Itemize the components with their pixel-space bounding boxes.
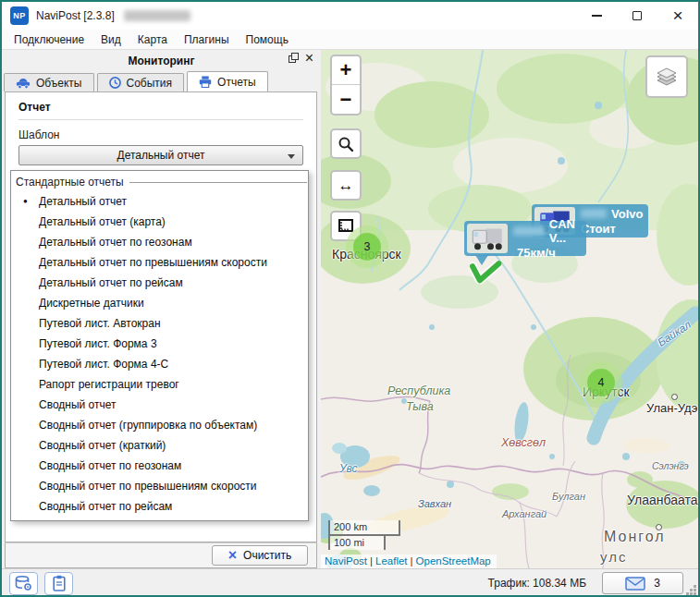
map-label-uvs: Увс: [339, 462, 357, 475]
close-icon: ×: [672, 11, 682, 20]
map-view[interactable]: Красноярск Иркутск Улан-Удэ Байкал Респу…: [321, 50, 698, 568]
panel-tabs: Объекты События Отчеты: [2, 71, 321, 91]
report-option[interactable]: Сводный отчет (группировка по объектам): [11, 415, 308, 435]
map-canvas: [321, 50, 698, 568]
maximize-button[interactable]: [617, 2, 657, 30]
close-button[interactable]: ×: [657, 2, 698, 30]
map-label-khovsgol: Хөвсгөл: [501, 436, 546, 449]
map-attribution: NaviPost|Leaflet|OpenStreetMap: [321, 554, 497, 568]
truck-photo: [467, 224, 508, 253]
map-label-selenge: Сэлэнгэ: [652, 460, 689, 471]
map-label-ulan-ude: Улан-Удэ: [646, 401, 697, 415]
report-option[interactable]: Детальный отчет (карта): [11, 212, 308, 232]
envelope-icon: [625, 577, 645, 591]
scale-mi: 100 mi: [328, 536, 386, 550]
scale-control: 200 km 100 mi: [328, 520, 400, 550]
zoom-in-button[interactable]: +: [332, 56, 360, 85]
layers-icon: [655, 65, 679, 89]
clipboard-button[interactable]: [44, 572, 73, 595]
attribution-link-navipost[interactable]: NaviPost: [325, 555, 367, 567]
messages-button[interactable]: 3: [602, 572, 683, 594]
map-label-mongol-uls: улс: [600, 549, 627, 565]
attribution-link-osm[interactable]: OpenStreetMap: [416, 555, 491, 567]
status-bar: Трафик: 108.34 МБ 3: [2, 568, 698, 597]
cluster-count: 3: [353, 233, 381, 261]
report-option[interactable]: Детальный отчет по превышениям скорости: [11, 252, 308, 273]
report-option[interactable]: Рапорт регистрации тревог: [11, 374, 308, 395]
map-label-zavkhan: Завхан: [418, 498, 451, 509]
report-option[interactable]: Детальный отчет: [11, 191, 308, 212]
map-label-tyva-2: Тыва: [406, 400, 434, 413]
measure-distance-button[interactable]: ↔: [330, 170, 362, 201]
vehicle-popup-can[interactable]: CAN V... 75км/ч: [464, 221, 586, 256]
zoom-out-button[interactable]: −: [332, 85, 360, 114]
menu-view[interactable]: Вид: [92, 33, 129, 46]
attribution-separator: |: [408, 555, 416, 567]
report-option[interactable]: Сводный отчет по геозонам: [11, 456, 308, 476]
database-gear-icon: [15, 576, 33, 591]
app-window: NP NaviPost [2.3.8] × Подключение Вид Ка…: [0, 0, 700, 597]
menu-map[interactable]: Карта: [129, 33, 176, 46]
report-option[interactable]: Детальный отчет по рейсам: [11, 273, 308, 293]
undock-panel-icon[interactable]: [289, 53, 299, 63]
attribution-link-leaflet[interactable]: Leaflet: [375, 555, 408, 567]
vehicle-name: CAN V...: [549, 217, 584, 245]
resize-grip[interactable]: [694, 592, 696, 595]
search-icon: [338, 136, 354, 152]
redacted-vehicle-name: [581, 209, 607, 218]
menu-connection[interactable]: Подключение: [6, 33, 92, 46]
report-option[interactable]: Путевой лист. Автокран: [11, 313, 308, 334]
dropdown-group-label: Стандартные отчеты: [11, 173, 308, 191]
clear-button[interactable]: × Очистить: [212, 545, 308, 566]
report-option[interactable]: Путевой лист. Форма 4-С: [11, 354, 308, 374]
vehicle-speed: 75км/ч: [517, 246, 556, 260]
clipboard-icon: [53, 575, 66, 591]
report-option[interactable]: Дискретные датчики: [11, 293, 308, 313]
report-option[interactable]: Путевой лист. Форма 3: [11, 334, 308, 354]
template-dropdown-list: Стандартные отчеты Детальный отчет Детал…: [10, 170, 309, 521]
panel-header: Мониторинг ×: [2, 50, 321, 71]
popup-tail: [475, 255, 488, 265]
search-button[interactable]: [330, 128, 362, 159]
database-settings-button[interactable]: [9, 572, 38, 595]
map-label-arkhangai: Архангай: [502, 508, 546, 519]
report-option[interactable]: Сводный отчет (краткий): [11, 435, 308, 456]
clear-x-icon: ×: [228, 550, 237, 561]
traffic-counter: Трафик: 108.34 МБ: [488, 577, 586, 590]
report-option[interactable]: Детальный отчет по геозонам: [11, 232, 308, 252]
minimize-button[interactable]: [576, 2, 617, 30]
tab-events-label: События: [127, 77, 173, 90]
map-label-bulgan: Булган: [552, 491, 585, 502]
zoom-control: + −: [330, 55, 362, 116]
maximize-icon: [632, 11, 642, 20]
tab-reports[interactable]: Отчеты: [187, 71, 267, 91]
tab-events[interactable]: События: [97, 73, 185, 91]
tab-reports-label: Отчеты: [217, 76, 255, 89]
close-panel-icon[interactable]: ×: [305, 53, 313, 63]
map-label-ulaanbaatar: Улаанбаатар: [627, 493, 698, 507]
scale-km: 200 km: [328, 520, 400, 536]
template-select[interactable]: Детальный отчет: [18, 145, 303, 165]
report-option[interactable]: Сводный отчет по превышениям скорости: [11, 476, 308, 496]
printer-icon: [199, 76, 212, 88]
template-field-label: Шаблон: [18, 128, 303, 141]
marker-cluster-krasnoyarsk[interactable]: 3: [346, 225, 388, 268]
minimize-icon: [592, 15, 602, 17]
chevron-down-icon: [288, 154, 295, 159]
cluster-count: 4: [587, 369, 615, 396]
tab-objects-label: Объекты: [36, 77, 82, 90]
marker-cluster-irkutsk[interactable]: 4: [580, 361, 622, 404]
redacted-username: [124, 10, 190, 21]
report-option[interactable]: Сводный отчет по рейсам: [11, 496, 308, 517]
app-logo: NP: [10, 6, 29, 25]
tab-objects[interactable]: Объекты: [4, 73, 94, 91]
report-option[interactable]: Сводный отчет: [11, 395, 308, 415]
menu-plugins[interactable]: Плагины: [176, 33, 238, 46]
vehicle-name: Volvo: [611, 207, 643, 221]
menu-bar: Подключение Вид Карта Плагины Помощь: [2, 30, 698, 50]
panel-title: Мониторинг: [129, 55, 195, 67]
layers-button[interactable]: [645, 55, 688, 98]
map-label-mongol: Монгол: [604, 529, 666, 545]
report-section-title: Отчет: [18, 101, 303, 120]
menu-help[interactable]: Помощь: [238, 33, 297, 46]
